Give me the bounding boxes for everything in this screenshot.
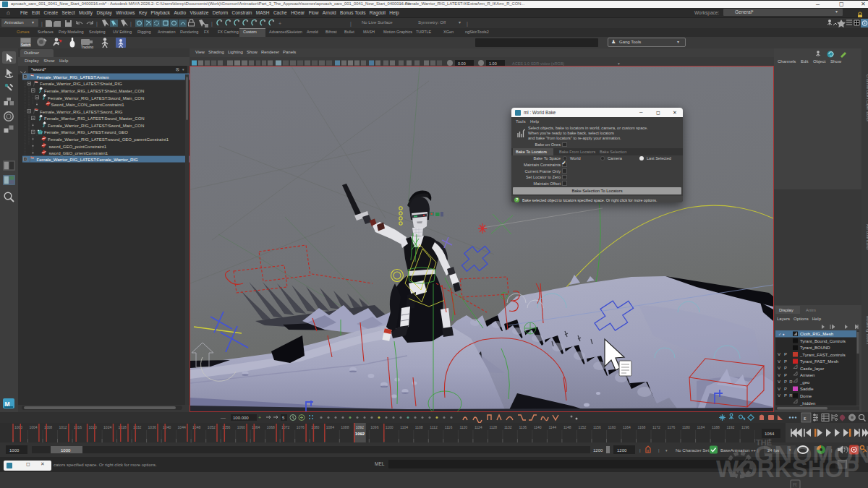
svg-text:Female_Warrior_RIG_LATEST:Swor: Female_Warrior_RIG_LATEST:Sword_RIG <box>40 110 123 114</box>
svg-text:1048: 1048 <box>192 425 200 429</box>
svg-text:V P: V P <box>778 387 787 391</box>
svg-text:1040: 1040 <box>163 425 171 429</box>
svg-text:1092: 1092 <box>356 425 364 429</box>
svg-text:1148: 1148 <box>563 425 571 429</box>
svg-text:1076: 1076 <box>297 425 305 429</box>
svg-text:1020: 1020 <box>89 425 97 429</box>
svg-text:1112: 1112 <box>430 425 438 429</box>
svg-text:1168: 1168 <box>638 425 646 429</box>
svg-text:Female_Warrior_RIG_LATEST:Shie: Female_Warrior_RIG_LATEST:Shield_Master_… <box>44 89 144 93</box>
svg-text:Female_Warrior_RIG_LATEST:Swor: Female_Warrior_RIG_LATEST:Sword_Main_CON <box>48 96 144 100</box>
svg-text:+: + <box>258 415 261 420</box>
svg-text:_hidden: _hidden <box>799 401 815 406</box>
svg-text:sword_GEO_pointConstraint1: sword_GEO_pointConstraint1 <box>49 145 107 149</box>
svg-text:Female_Warrior_RIG_LATEST:Swor: Female_Warrior_RIG_LATEST:Sword_Master_C… <box>44 116 145 121</box>
svg-text:ACES 1.0 SDR-video (sRGB): ACES 1.0 SDR-video (sRGB) <box>512 61 564 66</box>
svg-text:1180: 1180 <box>682 425 690 429</box>
svg-text:Castle_layer: Castle_layer <box>800 367 824 371</box>
svg-text:_Tyrant_FAST_controls: _Tyrant_FAST_controls <box>799 353 846 357</box>
svg-text:_geo: _geo <box>799 380 810 385</box>
svg-text:1000: 1000 <box>14 425 22 429</box>
svg-text:Channels Edit Object: Channels Edit Object Show <box>778 59 842 64</box>
svg-text:|: | <box>130 21 132 27</box>
svg-text:1012: 1012 <box>59 425 67 429</box>
svg-text:1088: 1088 <box>341 425 349 429</box>
svg-text:V P: V P <box>778 352 787 356</box>
svg-text:|: | <box>350 21 352 27</box>
svg-text:1156: 1156 <box>593 425 601 429</box>
svg-text:1036: 1036 <box>148 425 156 429</box>
svg-text:|: | <box>658 448 660 453</box>
svg-text:V P: V P <box>778 366 787 370</box>
svg-text:Arnwen: Arnwen <box>800 373 814 377</box>
svg-text:1084: 1084 <box>326 425 334 429</box>
svg-text:—: — <box>221 415 226 420</box>
svg-text:1108: 1108 <box>415 425 423 429</box>
svg-text:|: | <box>96 21 98 27</box>
svg-text:24 fps: 24 fps <box>767 448 779 453</box>
svg-text:Tyrant_BOUND: Tyrant_BOUND <box>800 346 830 350</box>
svg-text:1024: 1024 <box>103 425 111 429</box>
svg-text:1000: 1000 <box>61 448 71 453</box>
svg-text:0.00: 0.00 <box>458 61 466 66</box>
svg-text:1004: 1004 <box>30 425 38 429</box>
svg-text:Tyrant_FAST_Mesh: Tyrant_FAST_Mesh <box>800 359 838 364</box>
svg-text:1100: 1100 <box>386 425 393 429</box>
svg-text:Female_Warrior_RIG_LATEST:swor: Female_Warrior_RIG_LATEST:sword_GEO_pare… <box>48 137 169 142</box>
svg-text:1160: 1160 <box>608 425 616 429</box>
svg-text:1092: 1092 <box>355 432 365 436</box>
svg-text:1000: 1000 <box>9 448 20 453</box>
svg-text:100.000: 100.000 <box>233 416 249 420</box>
svg-text:|: | <box>831 448 833 453</box>
svg-text:Saddle: Saddle <box>800 387 814 391</box>
svg-text:Female_Warrior_RIG_LATEST:Anis: Female_Warrior_RIG_LATEST:Anism <box>37 75 109 80</box>
svg-text:V P: V P <box>778 359 787 364</box>
svg-text:1124: 1124 <box>475 425 482 429</box>
svg-text:1132: 1132 <box>504 425 512 429</box>
svg-text:1188: 1188 <box>712 425 720 429</box>
svg-text:|: | <box>211 21 213 27</box>
svg-text:▾: ▾ <box>618 61 620 66</box>
svg-text:1196: 1196 <box>741 425 749 429</box>
svg-text:Layers Options Help: Layers Options Help <box>777 317 822 321</box>
svg-text:✓ ●: ✓ ● <box>778 332 785 336</box>
svg-text:Female_Warrior_RIG_LATEST:Swor: Female_Warrior_RIG_LATEST:Sword_Main_CON <box>48 124 144 128</box>
svg-text:1200: 1200 <box>593 448 603 453</box>
svg-text:1.00: 1.00 <box>489 61 497 66</box>
svg-text:1052: 1052 <box>208 425 216 429</box>
svg-text:1144: 1144 <box>548 425 556 429</box>
svg-text:ε: ε <box>804 415 807 421</box>
svg-text:1184: 1184 <box>697 425 705 429</box>
svg-text:1032: 1032 <box>133 425 141 429</box>
svg-text:1064: 1064 <box>765 432 775 436</box>
svg-text:BaseAnimation ++: BaseAnimation ++ <box>720 448 757 453</box>
svg-text:Dome: Dome <box>800 394 812 398</box>
svg-text:1072: 1072 <box>281 425 289 429</box>
svg-text:Display: Display <box>779 308 793 312</box>
svg-text:Switch: Switch <box>21 43 31 47</box>
svg-text:Anim: Anim <box>806 308 816 312</box>
svg-text:Tyrant_Bound_Controls: Tyrant_Bound_Controls <box>800 339 846 343</box>
svg-text:1140: 1140 <box>534 425 542 429</box>
svg-text:1080: 1080 <box>311 425 319 429</box>
svg-text:|: | <box>757 448 759 453</box>
svg-text:Cloth_RIG_Mesh: Cloth_RIG_Mesh <box>800 332 833 336</box>
svg-text:|: | <box>41 21 43 27</box>
svg-text:1064: 1064 <box>252 425 260 429</box>
svg-text:No Character Set: No Character Set <box>676 448 710 453</box>
svg-text:1120: 1120 <box>459 425 467 429</box>
svg-text:1172: 1172 <box>652 425 660 429</box>
svg-text:▾: ▾ <box>665 448 668 453</box>
svg-text:V P: V P <box>778 373 787 377</box>
svg-text:Female_Warrior_RIG_LATEST:Fema: Female_Warrior_RIG_LATEST:Female_Warrior… <box>37 158 138 162</box>
svg-text:1068: 1068 <box>267 425 275 429</box>
svg-text:V P R: V P R <box>778 393 793 398</box>
svg-text:1096: 1096 <box>370 425 378 429</box>
svg-text:1056: 1056 <box>222 425 230 429</box>
svg-text:1044: 1044 <box>178 425 186 429</box>
svg-text:1104: 1104 <box>400 425 408 429</box>
svg-text:1028: 1028 <box>119 425 127 429</box>
svg-text:|: | <box>639 448 641 453</box>
svg-text:1200: 1200 <box>617 448 627 453</box>
svg-text:Female_Warrior_RIG_LATEST:swor: Female_Warrior_RIG_LATEST:sword_GEO <box>44 130 128 134</box>
